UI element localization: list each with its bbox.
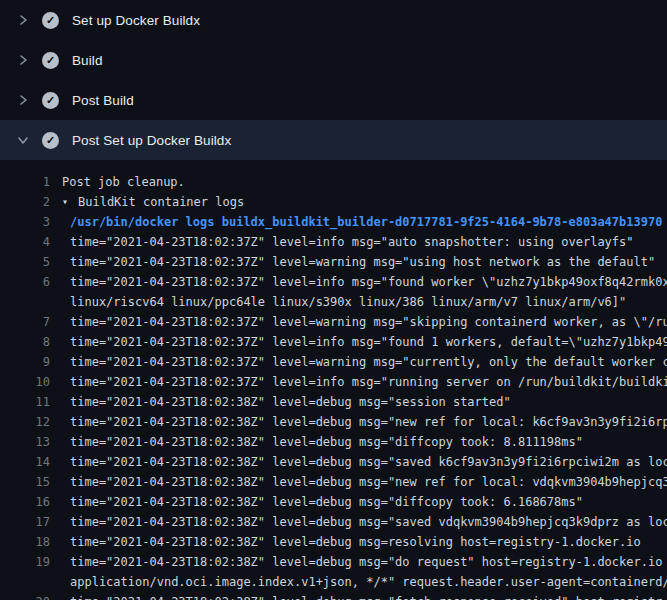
step-label: Post Build <box>72 93 134 108</box>
log-line[interactable]: 14 ▾ time="2021-04-23T18:02:38Z" level=d… <box>0 452 667 472</box>
step-header-set-up-docker-buildx[interactable]: ✓ Set up Docker Buildx <box>0 0 667 40</box>
check-circle-icon: ✓ <box>42 12 59 29</box>
check-circle-icon: ✓ <box>42 52 59 69</box>
log-line[interactable]: 4 ▾ time="2021-04-23T18:02:37Z" level=in… <box>0 232 667 252</box>
log-line[interactable]: 8 ▾ time="2021-04-23T18:02:37Z" level=in… <box>0 332 667 352</box>
line-number[interactable]: 1 <box>0 172 50 192</box>
log-text: time="2021-04-23T18:02:38Z" level=debug … <box>62 472 667 492</box>
log-line[interactable]: 1 ▾ Post job cleanup. <box>0 172 667 192</box>
line-number[interactable]: 9 <box>0 352 50 372</box>
line-number[interactable]: 7 <box>0 312 50 332</box>
log-text: time="2021-04-23T18:02:38Z" level=debug … <box>62 412 667 432</box>
log-text: BuildKit container logs <box>78 192 244 212</box>
log-text: time="2021-04-23T18:02:38Z" level=debug … <box>62 552 667 592</box>
line-number[interactable]: 20 <box>0 592 50 600</box>
log-text: time="2021-04-23T18:02:37Z" level=warnin… <box>62 312 667 332</box>
chevron-right-icon[interactable] <box>16 93 30 107</box>
log-text: time="2021-04-23T18:02:38Z" level=debug … <box>62 532 641 552</box>
chevron-down-icon[interactable] <box>16 133 30 147</box>
line-number[interactable]: 3 <box>0 212 50 232</box>
log-line[interactable]: 7 ▾ time="2021-04-23T18:02:37Z" level=wa… <box>0 312 667 332</box>
log-text: time="2021-04-23T18:02:38Z" level=debug … <box>62 512 667 532</box>
line-number[interactable]: 10 <box>0 372 50 392</box>
log-text: /usr/bin/docker logs buildx_buildkit_bui… <box>62 212 662 232</box>
log-text: time="2021-04-23T18:02:38Z" level=debug … <box>62 392 511 412</box>
line-number[interactable]: 8 <box>0 332 50 352</box>
line-number[interactable]: 16 <box>0 492 50 512</box>
log-panel: 1 ▾ Post job cleanup. 2 ▾ BuildKit conta… <box>0 160 667 600</box>
log-text: time="2021-04-23T18:02:37Z" level=info m… <box>62 332 667 352</box>
log-line[interactable]: 2 ▾ BuildKit container logs <box>0 192 667 212</box>
actions-log-viewer: ✓ Set up Docker Buildx ✓ Build ✓ Post Bu… <box>0 0 667 600</box>
log-text: time="2021-04-23T18:02:37Z" level=warnin… <box>62 352 667 372</box>
step-label: Build <box>72 53 103 68</box>
log-text: time="2021-04-23T18:02:38Z" level=debug … <box>62 492 583 512</box>
step-label: Post Set up Docker Buildx <box>72 133 231 148</box>
log-text: time="2021-04-23T18:02:38Z" level=debug … <box>62 592 662 600</box>
line-number[interactable]: 17 <box>0 512 50 532</box>
check-circle-icon: ✓ <box>42 132 59 149</box>
line-number[interactable]: 14 <box>0 452 50 472</box>
log-line[interactable]: 13 ▾ time="2021-04-23T18:02:38Z" level=d… <box>0 432 667 452</box>
log-line[interactable]: 6 ▾ time="2021-04-23T18:02:37Z" level=in… <box>0 272 667 312</box>
line-number[interactable]: 5 <box>0 252 50 272</box>
line-number[interactable]: 12 <box>0 412 50 432</box>
log-line[interactable]: 10 ▾ time="2021-04-23T18:02:37Z" level=i… <box>0 372 667 392</box>
step-header-post-set-up-docker-buildx[interactable]: ✓ Post Set up Docker Buildx <box>0 120 667 160</box>
log-line[interactable]: 5 ▾ time="2021-04-23T18:02:37Z" level=wa… <box>0 252 667 272</box>
log-text: time="2021-04-23T18:02:37Z" level=info m… <box>62 372 667 392</box>
log-line[interactable]: 15 ▾ time="2021-04-23T18:02:38Z" level=d… <box>0 472 667 492</box>
line-number[interactable]: 19 <box>0 552 50 572</box>
line-number[interactable]: 13 <box>0 432 50 452</box>
steps-panel: ✓ Set up Docker Buildx ✓ Build ✓ Post Bu… <box>0 0 667 160</box>
log-line[interactable]: 18 ▾ time="2021-04-23T18:02:38Z" level=d… <box>0 532 667 552</box>
step-header-build[interactable]: ✓ Build <box>0 40 667 80</box>
chevron-right-icon[interactable] <box>16 13 30 27</box>
step-label: Set up Docker Buildx <box>72 13 200 28</box>
line-number[interactable]: 4 <box>0 232 50 252</box>
group-caret-icon[interactable]: ▾ <box>62 192 78 212</box>
log-text: time="2021-04-23T18:02:37Z" level=info m… <box>62 272 667 312</box>
check-circle-icon: ✓ <box>42 92 59 109</box>
step-header-post-build[interactable]: ✓ Post Build <box>0 80 667 120</box>
log-line[interactable]: 19 ▾ time="2021-04-23T18:02:38Z" level=d… <box>0 552 667 592</box>
line-number[interactable]: 11 <box>0 392 50 412</box>
log-text: time="2021-04-23T18:02:37Z" level=warnin… <box>62 252 655 272</box>
line-number[interactable]: 2 <box>0 192 50 212</box>
chevron-right-icon[interactable] <box>16 53 30 67</box>
log-text: time="2021-04-23T18:02:37Z" level=info m… <box>62 232 634 252</box>
log-line[interactable]: 3 ▾ /usr/bin/docker logs buildx_buildkit… <box>0 212 667 232</box>
log-line[interactable]: 11 ▾ time="2021-04-23T18:02:38Z" level=d… <box>0 392 667 412</box>
log-text: time="2021-04-23T18:02:38Z" level=debug … <box>62 432 583 452</box>
log-line[interactable]: 16 ▾ time="2021-04-23T18:02:38Z" level=d… <box>0 492 667 512</box>
line-number[interactable]: 6 <box>0 272 50 292</box>
log-line[interactable]: 17 ▾ time="2021-04-23T18:02:38Z" level=d… <box>0 512 667 532</box>
log-line[interactable]: 9 ▾ time="2021-04-23T18:02:37Z" level=wa… <box>0 352 667 372</box>
log-line[interactable]: 20 ▾ time="2021-04-23T18:02:38Z" level=d… <box>0 592 667 600</box>
log-text: time="2021-04-23T18:02:38Z" level=debug … <box>62 452 667 472</box>
line-number[interactable]: 15 <box>0 472 50 492</box>
line-number[interactable]: 18 <box>0 532 50 552</box>
log-text: Post job cleanup. <box>62 172 185 192</box>
log-line[interactable]: 12 ▾ time="2021-04-23T18:02:38Z" level=d… <box>0 412 667 432</box>
